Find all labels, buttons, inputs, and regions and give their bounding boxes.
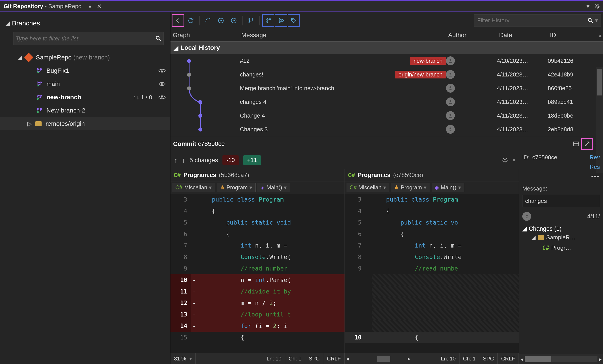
eol-cell[interactable]: CRLF — [498, 353, 519, 364]
svg-point-5 — [161, 70, 163, 72]
commit-row[interactable]: #12 new-branch 4/20/2023… 09b42126 — [171, 54, 603, 68]
branch-icon — [35, 106, 43, 114]
line-cell[interactable]: Ln: 10 — [263, 353, 285, 364]
branch-item-main[interactable]: main — [0, 77, 170, 91]
overview-cell[interactable] — [196, 353, 263, 364]
folder-icon — [538, 235, 544, 240]
svg-point-6 — [37, 82, 38, 83]
status-bar-right: ◂ ▸ Ln: 10 Ch: 1 SPC CRLF — [345, 353, 519, 364]
branches-caret-icon[interactable]: ◢ — [5, 20, 10, 27]
folder-node[interactable]: ◢ SampleR… — [522, 232, 600, 243]
commit-row[interactable]: changes! origin/new-branch 4/11/2023… 42… — [171, 68, 603, 81]
folder-remote-icon — [35, 120, 42, 128]
indent-cell[interactable]: SPC — [305, 353, 323, 364]
branch-item-bugfix1[interactable]: BugFix1 — [0, 64, 170, 77]
push-button[interactable] — [228, 14, 240, 27]
hscroll-right-arrow[interactable]: ▸ — [599, 356, 602, 363]
scroll-up-icon[interactable]: ▴ — [596, 32, 603, 39]
commit-row[interactable]: Change 4 4/11/2023… 18d5e0be — [171, 109, 603, 123]
expand-icon[interactable] — [581, 138, 593, 150]
search-icon[interactable] — [155, 35, 161, 41]
col-cell[interactable]: Ch: 1 — [460, 353, 479, 364]
dock-icon[interactable] — [573, 141, 579, 146]
changes-tree-header[interactable]: ◢ Changes (1) — [522, 225, 600, 232]
commit-graph-local-button[interactable] — [262, 14, 274, 27]
crumb-class[interactable]: ⋔Program▾ — [217, 183, 256, 192]
col-author[interactable]: Author — [446, 32, 497, 39]
code-editor-right[interactable]: 3 public class Program 4 { 5 public stat… — [345, 194, 519, 353]
col-message[interactable]: Message — [239, 32, 446, 39]
meta-hscroll[interactable]: ◂ ▸ — [519, 354, 603, 364]
titlebar: Git Repository - SampleRepo ▼ — [0, 0, 603, 11]
commit-row[interactable]: Merge branch 'main' into new-branch 4/11… — [171, 81, 603, 95]
search-icon[interactable] — [588, 18, 593, 23]
more-icon[interactable]: ••• — [591, 173, 600, 180]
crumb-method[interactable]: ◈Main()▾ — [432, 183, 464, 192]
history-filter[interactable]: ▾ — [474, 14, 601, 27]
author-avatar-icon — [446, 70, 455, 79]
branch-filter-input[interactable] — [16, 35, 155, 42]
col-date[interactable]: Date — [497, 32, 548, 39]
caret-down-icon: ◢ — [174, 44, 178, 52]
svg-point-27 — [281, 20, 283, 22]
indent-cell[interactable]: SPC — [479, 353, 498, 364]
commit-graph-remote-button[interactable] — [275, 14, 287, 27]
crumb-project[interactable]: C#Miscellan▾ — [347, 183, 389, 192]
crumb-method[interactable]: ◈Main()▾ — [257, 183, 290, 192]
commit-row[interactable]: Changes 3 4/11/2023… 2eb8b8d8 ▾ — [171, 123, 603, 136]
svg-point-28 — [292, 19, 293, 20]
diff-settings-dropdown-icon[interactable]: ▾ — [512, 157, 515, 164]
zoom-cell[interactable]: 81 % ▾ — [171, 353, 196, 364]
watch-icon[interactable] — [158, 68, 166, 73]
branches-heading: Branches — [12, 20, 40, 27]
commit-row[interactable]: changes 4 4/11/2023… b89acb41 — [171, 95, 603, 109]
branch-item-new-branch-2[interactable]: New-branch-2 — [0, 104, 170, 117]
content-area: ▾ Graph Message Author Date ID ▴ ◢ Local… — [170, 12, 603, 364]
hscroll-left-arrow[interactable]: ◂ — [521, 356, 523, 363]
eol-cell[interactable]: CRLF — [323, 353, 345, 364]
file-node[interactable]: C# Progr… — [522, 243, 600, 253]
watch-icon[interactable] — [158, 81, 166, 87]
fetch-button[interactable] — [202, 14, 214, 27]
col-id[interactable]: ID — [548, 32, 596, 39]
crumb-project[interactable]: C#Miscellan▾ — [172, 183, 215, 192]
local-history-section[interactable]: ◢ Local History — [171, 42, 603, 54]
revert-link[interactable]: Rev — [590, 154, 600, 161]
repo-node[interactable]: ◢ SampleRepo (new-branch) — [0, 51, 170, 64]
diff-settings-icon[interactable] — [502, 157, 508, 163]
svg-point-0 — [596, 5, 598, 7]
col-graph[interactable]: Graph — [171, 32, 239, 39]
svg-point-44 — [526, 215, 528, 216]
branch-filter[interactable] — [13, 32, 164, 45]
branch-icon — [35, 93, 43, 101]
refresh-button[interactable] — [185, 14, 197, 27]
branch-item-new-branch[interactable]: new-branch ↑↓1 / 0 — [0, 91, 170, 104]
col-cell[interactable]: Ch: 1 — [285, 353, 305, 364]
tag-button[interactable] — [288, 14, 300, 27]
hscroll-left-arrow[interactable]: ◂ — [345, 356, 376, 362]
back-button[interactable] — [172, 14, 184, 27]
pull-button[interactable] — [215, 14, 227, 27]
hscroll-right-arrow[interactable]: ▸ — [406, 356, 437, 362]
commit-message-input[interactable] — [522, 195, 600, 207]
svg-point-8 — [40, 82, 42, 83]
new-branch-button[interactable] — [245, 14, 257, 27]
code-editor-left[interactable]: 3 public class Program 4 { 5 public stat… — [171, 194, 345, 353]
history-filter-input[interactable] — [477, 17, 588, 24]
close-panel-icon[interactable] — [95, 2, 103, 10]
remotes-node[interactable]: ▷ remotes/origin — [0, 117, 170, 130]
reset-link[interactable]: Res — [590, 164, 600, 171]
watch-icon[interactable] — [158, 95, 166, 100]
hscroll-track[interactable] — [377, 356, 405, 362]
filter-dropdown-icon[interactable]: ▾ — [595, 17, 598, 24]
minimize-dropdown-icon[interactable]: ▼ — [584, 2, 592, 10]
pin-icon[interactable] — [86, 2, 94, 10]
message-label: Message: — [522, 185, 600, 192]
settings-gear-icon[interactable] — [593, 2, 601, 10]
prev-change-button[interactable]: ↑ — [174, 157, 177, 164]
svg-point-4 — [40, 68, 42, 70]
crumb-class[interactable]: ⋔Program▾ — [391, 183, 430, 192]
next-change-button[interactable]: ↓ — [182, 157, 185, 164]
line-cell[interactable]: Ln: 10 — [437, 353, 460, 364]
svg-point-20 — [249, 22, 250, 23]
